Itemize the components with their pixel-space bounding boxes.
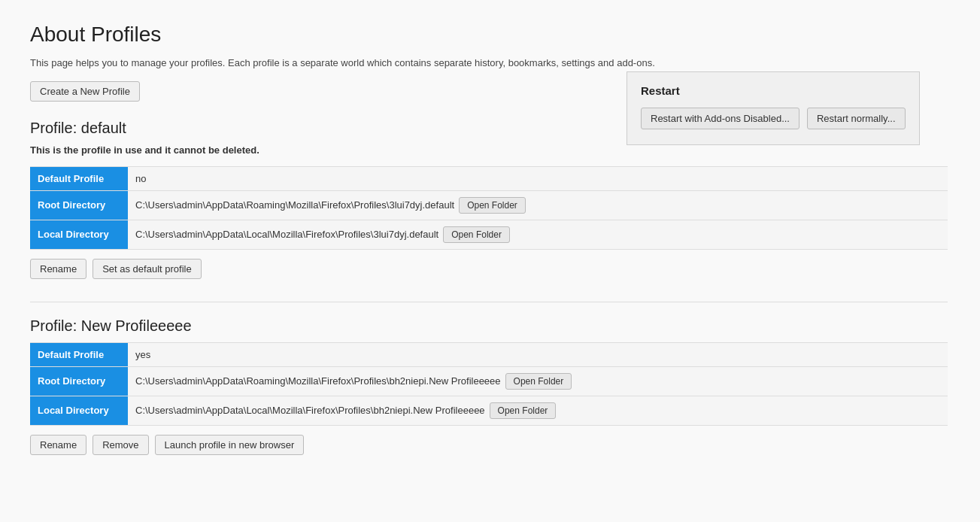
restart-box: Restart Restart with Add-ons Disabled...… xyxy=(627,71,920,145)
page-description: This page helps you to manage your profi… xyxy=(30,56,662,71)
field-label-1-0: Default Profile xyxy=(30,342,128,366)
table-row: Default Profileno xyxy=(30,166,948,190)
field-label-0-2: Local Directory xyxy=(30,220,128,249)
field-label-1-1: Root Directory xyxy=(30,366,128,396)
profile-divider xyxy=(30,302,948,302)
restart-normally-button[interactable]: Restart normally... xyxy=(807,108,906,129)
page-title: About Profiles xyxy=(30,23,950,47)
open-folder-button-1-2[interactable]: Open Folder xyxy=(490,402,557,419)
field-label-0-1: Root Directory xyxy=(30,190,128,220)
field-text-1-2: C:\Users\admin\AppData\Local\Mozilla\Fir… xyxy=(135,405,485,416)
table-row: Local DirectoryC:\Users\admin\AppData\Lo… xyxy=(30,220,948,249)
profile-table-0: Default ProfilenoRoot DirectoryC:\Users\… xyxy=(30,166,948,250)
rename-btn-new[interactable]: Rename xyxy=(30,435,86,455)
table-row: Default Profileyes xyxy=(30,342,948,366)
field-label-0-0: Default Profile xyxy=(30,166,128,190)
open-folder-button-0-1[interactable]: Open Folder xyxy=(459,197,526,214)
action-buttons-0: RenameSet as default profile xyxy=(30,259,948,279)
restart-title: Restart xyxy=(641,84,906,97)
field-text-1-1: C:\Users\admin\AppData\Roaming\Mozilla\F… xyxy=(135,375,501,387)
field-text-0-1: C:\Users\admin\AppData\Roaming\Mozilla\F… xyxy=(135,199,454,211)
table-row: Root DirectoryC:\Users\admin\AppData\Roa… xyxy=(30,366,948,396)
rename-btn-default[interactable]: Rename xyxy=(30,259,86,279)
remove-btn[interactable]: Remove xyxy=(93,435,148,455)
profile-section-1: Profile: New ProfileeeeeDefault Profiley… xyxy=(30,317,948,455)
field-value-0-1: C:\Users\admin\AppData\Roaming\Mozilla\F… xyxy=(128,190,948,220)
field-value-1-1: C:\Users\admin\AppData\Roaming\Mozilla\F… xyxy=(128,366,948,396)
profile-title-1: Profile: New Profileeeee xyxy=(30,317,948,335)
action-buttons-1: RenameRemoveLaunch profile in new browse… xyxy=(30,435,948,455)
field-text-1-0: yes xyxy=(135,349,150,360)
field-value-0-0: no xyxy=(128,166,948,190)
field-text-0-0: no xyxy=(135,173,146,184)
field-label-1-2: Local Directory xyxy=(30,396,128,425)
set-default-btn[interactable]: Set as default profile xyxy=(93,259,202,279)
field-text-0-2: C:\Users\admin\AppData\Local\Mozilla\Fir… xyxy=(135,229,438,240)
launch-btn[interactable]: Launch profile in new browser xyxy=(155,435,305,455)
open-folder-button-1-1[interactable]: Open Folder xyxy=(505,373,572,390)
table-row: Local DirectoryC:\Users\admin\AppData\Lo… xyxy=(30,396,948,425)
profile-table-1: Default ProfileyesRoot DirectoryC:\Users… xyxy=(30,342,948,426)
profile-in-use-msg-0: This is the profile in use and it cannot… xyxy=(30,144,948,156)
table-row: Root DirectoryC:\Users\admin\AppData\Roa… xyxy=(30,190,948,220)
open-folder-button-0-2[interactable]: Open Folder xyxy=(443,226,510,243)
field-value-1-0: yes xyxy=(128,342,948,366)
field-value-1-2: C:\Users\admin\AppData\Local\Mozilla\Fir… xyxy=(128,396,948,425)
create-new-profile-button[interactable]: Create a New Profile xyxy=(30,81,140,102)
field-value-0-2: C:\Users\admin\AppData\Local\Mozilla\Fir… xyxy=(128,220,948,249)
restart-addons-button[interactable]: Restart with Add-ons Disabled... xyxy=(641,108,799,129)
